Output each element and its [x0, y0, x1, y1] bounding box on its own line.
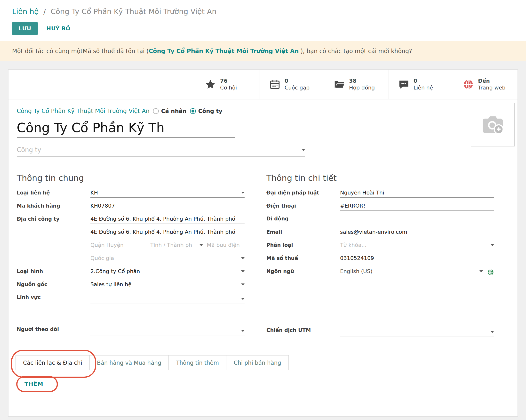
stat-button-website[interactable]: Đến Trang web — [453, 70, 517, 99]
warning-duplicate-link[interactable]: Công Ty Cổ Phần Kỹ Thuật Môi Trường Việt… — [149, 48, 299, 55]
tab-contacts-addresses[interactable]: Các liên lạc & Địa chỉ — [16, 355, 90, 370]
country-placeholder: Quốc gia — [91, 255, 114, 261]
stat-button-row: 76 Cơ hội 0 Cuộc gặp 38 Hợ — [9, 70, 517, 99]
tax-id-input[interactable]: 0310524109 — [340, 255, 494, 263]
stat-label: Liên hệ — [414, 84, 433, 91]
field-row-email: Email sales@vietan-enviro.com — [266, 229, 494, 242]
zip-input[interactable]: Mã bưu điện — [207, 242, 243, 250]
contact-type-select[interactable]: KH — [91, 190, 244, 198]
stat-value: 0 — [414, 78, 433, 84]
utm-campaign-select[interactable] — [340, 329, 494, 337]
source-value: Sales tự liên hệ — [91, 281, 132, 287]
legal-rep-value: Nguyễn Hoài Thi — [340, 190, 384, 196]
stat-value: Đến — [478, 78, 506, 84]
field-row-utm-campaign: Chiến dịch UTM — [266, 327, 494, 340]
stat-button-opportunities[interactable]: 76 Cơ hội — [195, 70, 260, 99]
stat-text: 38 Hợp đồng — [349, 78, 375, 91]
tab-content-area: THÊM — [9, 370, 517, 387]
chevron-down-icon — [241, 284, 244, 286]
address-sub-row: Quận Huyện Tỉnh / Thành ph Mã bưu điện — [91, 242, 244, 250]
stat-value: 38 — [349, 78, 375, 84]
parent-company-select[interactable]: Công ty — [17, 146, 305, 157]
field-row-street2: 4E Đường số 6, Khu phố 4, Phường An Phú,… — [17, 229, 244, 242]
field-row-industry: Lĩnh vực — [17, 294, 244, 307]
legal-rep-input[interactable]: Nguyễn Hoài Thi — [340, 190, 494, 198]
source-label: Nguồn gốc — [17, 282, 91, 287]
company-name-input[interactable]: Công Ty Cổ Phần Kỹ Th — [17, 120, 235, 138]
radio-unchecked-icon — [153, 108, 159, 114]
chevron-down-icon — [302, 149, 305, 151]
radio-checked-icon — [190, 108, 196, 114]
street-input[interactable]: 4E Đường số 6, Khu phố 4, Phường An Phú,… — [91, 216, 244, 224]
tab-extra-info[interactable]: Thông tin thêm — [169, 355, 226, 370]
stat-text: 0 Liên hệ — [414, 78, 433, 91]
industry-select[interactable] — [91, 296, 244, 304]
notebook-tabs: Các liên lạc & Địa chỉ Bán hàng và Mua h… — [9, 355, 517, 370]
header: Liên hệ / Công Ty Cổ Phần Kỹ Thuật Môi T… — [0, 0, 526, 41]
chevron-down-icon — [241, 298, 244, 300]
industry-label: Lĩnh vực — [17, 294, 91, 300]
field-row-country: Quốc gia — [17, 255, 244, 268]
tax-id-label: Mã số thuế — [266, 255, 340, 261]
legal-rep-label: Đại diện pháp luật — [266, 190, 340, 196]
stat-button-meetings[interactable]: 0 Cuộc gặp — [260, 70, 324, 99]
district-placeholder: Quận Huyện — [91, 242, 124, 248]
chevron-down-icon — [200, 244, 203, 246]
phone-input[interactable]: #ERROR! — [340, 203, 494, 211]
street2-value: 4E Đường số 6, Khu phố 4, Phường An Phú,… — [91, 229, 235, 235]
chevron-down-icon — [241, 192, 244, 194]
language-label: Ngôn ngữ — [266, 268, 340, 274]
phone-value: #ERROR! — [340, 203, 365, 209]
language-select[interactable]: English (US) — [340, 268, 483, 276]
stat-text: 76 Cơ hội — [220, 78, 237, 91]
stat-button-contacts[interactable]: 0 Liên hệ — [389, 70, 453, 99]
field-row-followers: Người theo dõi — [17, 326, 244, 339]
chevron-down-icon — [241, 257, 244, 259]
tags-select[interactable]: Từ khóa... — [340, 242, 494, 250]
section-title-general: Thông tin chung — [17, 173, 244, 183]
company-photo-upload[interactable] — [471, 103, 515, 146]
radio-individual[interactable]: Cá nhân — [153, 108, 187, 114]
tab-sales-cost[interactable]: Chi phí bán hàng — [226, 355, 289, 370]
tab-sales-purchase[interactable]: Bán hàng và Mua hàng — [90, 355, 169, 370]
radio-company-label: Công ty — [198, 108, 223, 114]
field-row-phone: Điện thoại #ERROR! — [266, 203, 494, 216]
breadcrumb-record-title: Công Ty Cổ Phần Kỹ Thuật Môi Trường Việt… — [51, 7, 217, 16]
warning-text-after: ), bạn có chắc tạo một cái mới không? — [299, 48, 412, 55]
save-button[interactable]: LƯU — [12, 22, 38, 35]
section-title-details: Thông tin chi tiết — [266, 173, 494, 183]
city-select[interactable]: Tỉnh / Thành ph — [150, 242, 203, 250]
radio-individual-label: Cá nhân — [161, 108, 187, 114]
discard-button[interactable]: HUỶ BỎ — [47, 25, 70, 31]
customer-code-value: KH07807 — [91, 203, 244, 210]
company-type-value: 2.Công ty Cổ phần — [91, 268, 140, 274]
field-row-tax-id: Mã số thuế 0310524109 — [266, 255, 494, 268]
globe-icon — [463, 79, 474, 90]
radio-company[interactable]: Công ty — [190, 108, 223, 114]
email-value: sales@vietan-enviro.com — [340, 229, 407, 235]
page: Liên hệ / Công Ty Cổ Phần Kỹ Thuật Môi T… — [0, 0, 526, 417]
followers-select[interactable] — [91, 328, 244, 336]
camera-plus-icon — [479, 111, 506, 138]
related-company-link[interactable]: Công Ty Cổ Phần Kỹ Thuật Môi Trường Việt… — [17, 108, 150, 114]
warning-text-before: Một đối tác có cùng mộtMã số thuế đã tồn… — [12, 48, 149, 55]
company-address-label: Địa chỉ công ty — [17, 216, 91, 222]
stat-button-contracts[interactable]: 38 Hợp đồng — [324, 70, 389, 99]
stat-label: Cơ hội — [220, 84, 237, 91]
details-section: Thông tin chi tiết Đại diện pháp luật Ng… — [266, 173, 494, 340]
breadcrumb-separator: / — [43, 7, 46, 16]
company-type-select[interactable]: 2.Công ty Cổ phần — [91, 268, 244, 276]
stat-label: Cuộc gặp — [284, 84, 310, 91]
breadcrumb: Liên hệ / Công Ty Cổ Phần Kỹ Thuật Môi T… — [12, 7, 514, 16]
mobile-input[interactable] — [340, 217, 494, 225]
district-input[interactable]: Quận Huyện — [91, 242, 146, 250]
add-contact-button[interactable]: THÊM — [24, 381, 43, 387]
breadcrumb-contacts-link[interactable]: Liên hệ — [12, 7, 39, 16]
street2-input[interactable]: 4E Đường số 6, Khu phố 4, Phường An Phú,… — [91, 229, 244, 237]
source-select[interactable]: Sales tự liên hệ — [91, 281, 244, 289]
stat-value: 76 — [220, 78, 237, 84]
country-select[interactable]: Quốc gia — [91, 255, 244, 263]
warning-banner: Một đối tác có cùng mộtMã số thuế đã tồn… — [0, 41, 526, 61]
email-field[interactable]: sales@vietan-enviro.com — [340, 229, 494, 237]
chevron-down-icon — [241, 330, 244, 332]
